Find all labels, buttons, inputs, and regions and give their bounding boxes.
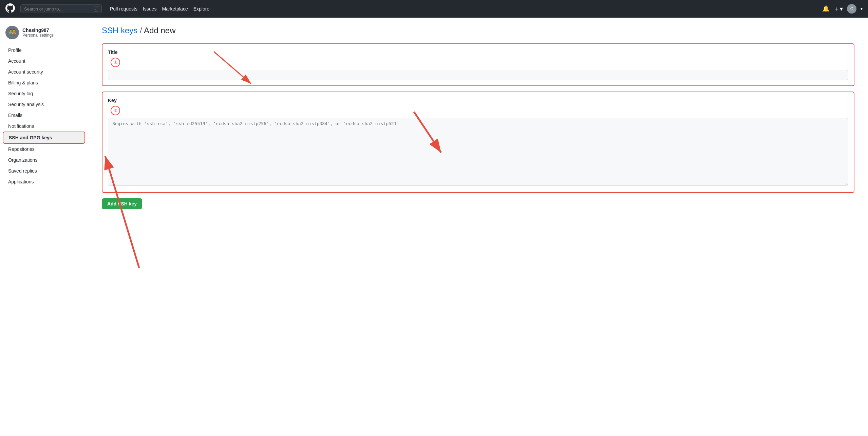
search-input[interactable] xyxy=(24,6,91,12)
sidebar-link-account[interactable]: Account xyxy=(3,56,85,66)
key-form-section: Key ③ xyxy=(102,92,854,193)
nav-links: Pull requests Issues Marketplace Explore xyxy=(110,6,209,12)
sidebar-link-billing[interactable]: Billing & plans xyxy=(3,77,85,88)
sidebar-item-profile[interactable]: Profile xyxy=(0,45,88,56)
nav-issues[interactable]: Issues xyxy=(143,6,156,12)
nav-marketplace[interactable]: Marketplace xyxy=(162,6,188,12)
search-box[interactable]: / xyxy=(20,4,102,13)
sidebar-link-account-security[interactable]: Account security xyxy=(3,66,85,77)
sidebar-link-organizations[interactable]: Organizations xyxy=(3,155,85,165)
sidebar-nav: Profile Account Account security Billing… xyxy=(0,45,88,187)
sidebar-link-ssh-gpg[interactable]: SSH and GPG keys xyxy=(3,132,85,144)
main-area: SSH keys / Add new Title ② Key ③ Add SSH… xyxy=(88,18,868,436)
key-textarea[interactable] xyxy=(108,118,848,186)
breadcrumb-link[interactable]: SSH keys xyxy=(102,26,137,35)
nav-explore[interactable]: Explore xyxy=(193,6,209,12)
sidebar: 🧑‍🤝‍🧑 Chasing987 Personal settings Profi… xyxy=(0,18,88,436)
sidebar-username: Chasing987 xyxy=(22,27,54,33)
sidebar-subtitle: Personal settings xyxy=(22,33,54,38)
sidebar-item-security-analysis[interactable]: Security analysis xyxy=(0,99,88,110)
nav-pull-requests[interactable]: Pull requests xyxy=(110,6,137,12)
page-title: SSH keys / Add new xyxy=(102,26,854,35)
sidebar-link-emails[interactable]: Emails xyxy=(3,110,85,121)
sidebar-link-profile[interactable]: Profile xyxy=(3,45,85,56)
plus-icon[interactable]: ＋▾ xyxy=(834,5,843,13)
sidebar-item-billing[interactable]: Billing & plans xyxy=(0,77,88,88)
sidebar-item-applications[interactable]: Applications xyxy=(0,176,88,187)
navbar-right: 🔔 ＋▾ C ▾ xyxy=(822,4,863,14)
sidebar-link-repositories[interactable]: Repositories xyxy=(3,144,85,155)
avatar-chevron[interactable]: ▾ xyxy=(861,6,863,11)
annotation-3: ③ xyxy=(111,106,120,115)
slash-badge: / xyxy=(94,6,98,12)
sidebar-link-security-log[interactable]: Security log xyxy=(3,88,85,99)
navbar: / Pull requests Issues Marketplace Explo… xyxy=(0,0,868,18)
sidebar-item-account[interactable]: Account xyxy=(0,56,88,66)
sidebar-link-notifications[interactable]: Notifications xyxy=(3,121,85,132)
page-wrapper: 🧑‍🤝‍🧑 Chasing987 Personal settings Profi… xyxy=(0,18,868,436)
github-logo[interactable] xyxy=(5,3,15,14)
add-ssh-button[interactable]: Add SSH key xyxy=(102,198,142,209)
avatar: 🧑‍🤝‍🧑 xyxy=(5,26,19,39)
breadcrumb-separator: / xyxy=(140,26,144,35)
sidebar-item-account-security[interactable]: Account security xyxy=(0,66,88,77)
title-form-section: Title ② xyxy=(102,43,854,86)
breadcrumb-current: Add new xyxy=(144,26,175,35)
sidebar-profile: 🧑‍🤝‍🧑 Chasing987 Personal settings xyxy=(0,23,88,45)
sidebar-link-security-analysis[interactable]: Security analysis xyxy=(3,99,85,110)
sidebar-item-organizations[interactable]: Organizations xyxy=(0,155,88,165)
sidebar-item-notifications[interactable]: Notifications xyxy=(0,121,88,132)
key-label: Key xyxy=(108,98,848,103)
bell-icon[interactable]: 🔔 xyxy=(822,5,830,13)
sidebar-item-repositories[interactable]: Repositories xyxy=(0,144,88,155)
sidebar-item-saved-replies[interactable]: Saved replies xyxy=(0,165,88,176)
sidebar-item-security-log[interactable]: Security log xyxy=(0,88,88,99)
sidebar-link-applications[interactable]: Applications xyxy=(3,176,85,187)
sidebar-link-saved-replies[interactable]: Saved replies xyxy=(3,165,85,176)
sidebar-item-ssh-gpg[interactable]: SSH and GPG keys xyxy=(0,132,88,144)
annotation-2: ② xyxy=(111,58,120,67)
user-avatar[interactable]: C xyxy=(847,4,856,14)
sidebar-item-emails[interactable]: Emails xyxy=(0,110,88,121)
title-input[interactable] xyxy=(108,70,848,80)
title-label: Title xyxy=(108,49,848,55)
